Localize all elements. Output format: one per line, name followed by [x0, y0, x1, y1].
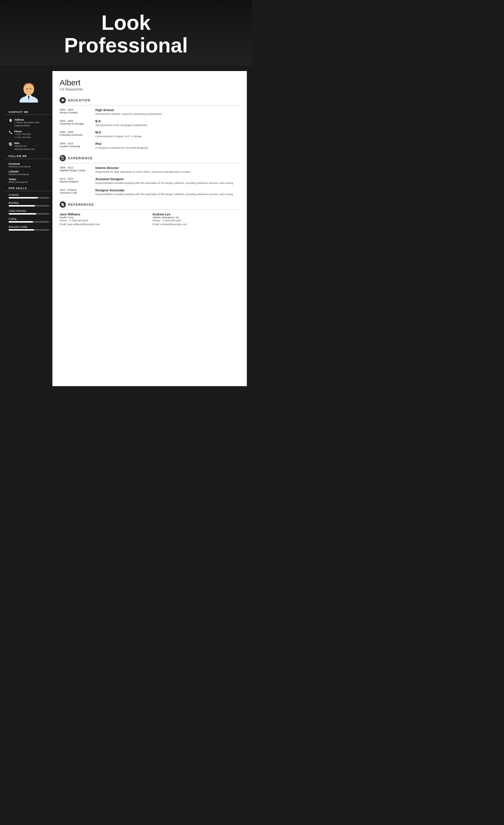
skill-name: Branding	[9, 201, 49, 204]
experience-section: EXPERIENCE 2009 - 2012 Hatfield Design C…	[60, 155, 240, 196]
entry-org: American Craft	[60, 192, 92, 194]
avatar	[17, 78, 41, 102]
ref-name: Jane Williams	[60, 213, 147, 216]
entry-desc: In designe to researsh for next level de…	[95, 146, 240, 150]
entry-role: B.A	[95, 120, 240, 123]
contact-section-title: CONTACT ME	[5, 108, 53, 115]
skill-bar-bg	[9, 205, 49, 207]
skill-name: Interactive media	[9, 225, 49, 228]
twitter-label: Twitter	[9, 178, 49, 181]
skill-item: Adobe Illustrator	[9, 209, 49, 215]
ref-email: Email: Andrew@example.com	[153, 223, 240, 227]
entry-date: 2002 - 2004	[60, 120, 92, 122]
entry-left: 2009 - 2012 Hatfield Design Center	[60, 166, 92, 174]
education-section: EDUCATION 2000 - 2002 Horace Greeley Hig…	[60, 97, 240, 150]
headline: Look Professional	[6, 11, 246, 57]
entry-date: 2009 - 2012	[60, 166, 92, 169]
references-title: REFERENCES	[68, 203, 94, 206]
entry-org: Horace Greeley	[60, 111, 92, 114]
entry-right: High School Received the Wheeler Award f…	[95, 108, 240, 116]
entry-left: 2002 - 2004 University of Chicago	[60, 120, 92, 127]
entry-left: 2013 - 2014 Marine Designer	[60, 177, 92, 185]
experience-entries: 2009 - 2012 Hatfield Design Center Inter…	[60, 166, 240, 196]
facebook-label: Facebook	[9, 162, 49, 165]
education-entry: 2006 - 2008 Columbia University M.S Comm…	[60, 131, 240, 138]
skill-item: Branding	[9, 201, 49, 207]
candidate-name: Albert	[60, 78, 240, 87]
entry-right: M.S Communication Program, M.S. in desig…	[95, 131, 240, 138]
entry-date: 2000 - 2002	[60, 108, 92, 111]
ref-email: Email: jane.williams@example.com	[60, 223, 147, 227]
reference-item: Andrew Lee Atlantic Operations, Inc. Pho…	[153, 213, 240, 227]
phone-icon	[9, 130, 13, 134]
references-header: REFERENCES	[60, 201, 240, 208]
references-section: REFERENCES Jane Williams Pacific Corp Ph…	[60, 201, 240, 227]
entry-role: Interim Director	[95, 166, 240, 169]
entry-role: Assistant Designer	[95, 177, 240, 181]
address-label: Address	[14, 118, 40, 121]
entry-left: 2008 - 2013 London University	[60, 142, 92, 150]
skill-item: Interactive media	[9, 225, 49, 231]
resume-card: CONTACT ME Address 1 Hacker Way Menlo Pa…	[5, 71, 247, 386]
skill-bar-bg	[9, 221, 49, 223]
facebook-value: facebook.com/exapmle	[9, 165, 49, 168]
entry-org: Marine Designer	[60, 180, 92, 183]
location-icon	[9, 119, 13, 123]
web-item: Web example.comAlbert@exapmle.com	[5, 141, 53, 152]
entry-org: Hatfield Design Center	[60, 169, 92, 172]
ref-org: Atlantic Operations, Inc.	[153, 216, 240, 219]
headline-line1: Look	[101, 11, 151, 34]
avatar-area	[5, 71, 53, 108]
candidate-title: UX Researcher	[60, 87, 240, 91]
education-entry: 2002 - 2004 University of Chicago B.A Sp…	[60, 120, 240, 127]
web-value: example.comAlbert@exapmle.com	[14, 145, 35, 151]
experience-header: EXPERIENCE	[60, 155, 240, 161]
entry-desc: Received the Wheeler Award for outstandi…	[95, 112, 240, 116]
skill-name: Adobe Illustrator	[9, 209, 49, 212]
entry-desc: Responsible for daily operations of OSU'…	[95, 170, 240, 174]
skill-bar-fill	[9, 213, 36, 215]
education-entry: 2000 - 2002 Horace Greeley High School R…	[60, 108, 240, 116]
experience-divider	[60, 163, 240, 163]
main-content: Albert UX Researcher EDUCATION 2000 - 20…	[53, 71, 247, 386]
skills-section-title: PRO SKILLS	[5, 184, 53, 191]
entry-right: B.A Special honors in the Geography Depa…	[95, 120, 240, 127]
entry-desc: Responsibilities included assisting with…	[95, 181, 240, 185]
experience-icon	[60, 155, 66, 161]
skill-item: Coding	[9, 217, 49, 223]
linkedin-value: linkedin.com/exapmle	[9, 173, 49, 175]
follow-twitter: Twitter twitter.com/exapmle	[5, 177, 53, 184]
ref-org: Pacific Corp	[60, 216, 147, 219]
entry-date: 2013 - 2014	[60, 177, 92, 180]
entry-left: 2000 - 2002 Horace Greeley	[60, 108, 92, 116]
entry-left: 2014 - Present American Craft	[60, 189, 92, 196]
skill-name: Coding	[9, 217, 49, 220]
entry-role: Phd	[95, 142, 240, 146]
references-grid: Jane Williams Pacific Corp Phone: +1 909…	[60, 213, 240, 227]
skill-bar-bg	[9, 197, 49, 199]
skill-bar-bg	[9, 229, 49, 231]
address-value: 1 Hacker Way Menlo Park,California 94025	[14, 121, 40, 127]
experience-title: EXPERIENCE	[68, 156, 93, 160]
education-divider	[60, 105, 240, 105]
ref-name: Andrew Lee	[153, 213, 240, 216]
svg-point-7	[30, 88, 31, 90]
follow-section-title: FOLLOW ME	[5, 152, 53, 159]
skill-bar-fill	[9, 197, 38, 199]
entry-org: London University	[60, 145, 92, 148]
entry-role: M.S	[95, 131, 240, 134]
headline-line2: Professional	[64, 34, 188, 57]
experience-entry: 2014 - Present American Craft Designer A…	[60, 189, 240, 196]
education-icon	[60, 97, 66, 103]
education-title: EDUCATION	[68, 98, 90, 102]
phone-value: +1-541-754-3010+1-541-754-3011	[14, 133, 31, 139]
entry-right: Phd In designe to researsh for next leve…	[95, 142, 240, 150]
entry-desc: Communication Program, M.S. in desige	[95, 135, 240, 138]
entry-desc: Responsibilities included assisting with…	[95, 193, 240, 196]
entry-date: 2006 - 2008	[60, 131, 92, 134]
skills-list: Creativity Branding Adobe Illustrator Co…	[5, 194, 53, 231]
experience-entry: 2009 - 2012 Hatfield Design Center Inter…	[60, 166, 240, 174]
svg-point-6	[26, 88, 27, 90]
skill-bar-fill	[9, 205, 35, 207]
twitter-value: twitter.com/exapmle	[9, 181, 49, 183]
